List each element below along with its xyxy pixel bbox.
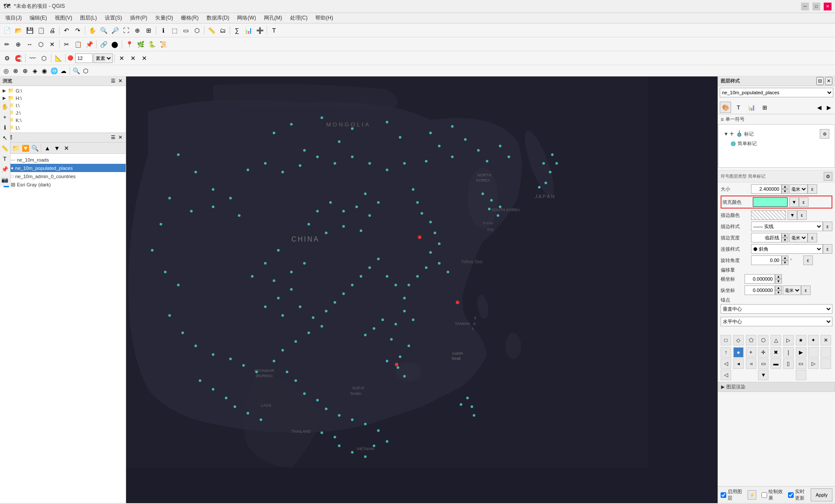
- shape-pentagon[interactable]: ⬠: [746, 335, 756, 345]
- delete-selected-btn[interactable]: ✕: [47, 39, 57, 50]
- render-effects-checkbox[interactable]: [762, 492, 767, 498]
- digitize-shape-btn[interactable]: ⬡: [39, 53, 49, 63]
- select-vert-btn[interactable]: ↖: [0, 133, 10, 143]
- menu-settings[interactable]: 设置(S): [101, 13, 126, 23]
- menu-vector[interactable]: 矢量(O): [152, 13, 177, 23]
- layer-item-esri[interactable]: ▤ Esri Gray (dark): [0, 180, 126, 189]
- deselect-btn[interactable]: ⬡: [192, 25, 202, 36]
- remove-layer-btn[interactable]: ✕: [62, 144, 71, 153]
- redo-btn[interactable]: ↷: [73, 25, 83, 36]
- menu-layer[interactable]: 图层(L): [77, 13, 100, 23]
- browser-item-J[interactable]: ▶ 📁 J:\: [0, 109, 126, 116]
- measure-btn[interactable]: 📏: [206, 25, 217, 36]
- style-panel-dock-btn[interactable]: ⊟: [816, 77, 824, 85]
- stroke-width-input[interactable]: [751, 233, 782, 242]
- move-feature-btn[interactable]: ↔: [24, 39, 35, 50]
- symbol-type-config-btn[interactable]: ⚙: [824, 172, 832, 181]
- adv-digitize-btn[interactable]: 📐: [53, 53, 63, 63]
- menu-mesh[interactable]: 网孔(M): [261, 13, 286, 23]
- snap-cross1[interactable]: ✕: [117, 53, 127, 63]
- identify-vert-btn[interactable]: ℹ: [0, 123, 10, 132]
- browser-item-L[interactable]: ▶ 📁 L\: [0, 124, 126, 131]
- stroke-width-down-btn[interactable]: ▼: [782, 238, 788, 242]
- pan-btn[interactable]: ✋: [87, 25, 97, 36]
- browser-item-I[interactable]: ▶ 📁 I:\: [0, 102, 126, 109]
- select-btn[interactable]: ⬚: [169, 25, 180, 36]
- shape-blank3[interactable]: [821, 358, 831, 369]
- size-input[interactable]: [751, 184, 782, 194]
- snap-unit-select[interactable]: 素素: [94, 53, 113, 63]
- stroke-width-unit-select[interactable]: 毫米: [789, 233, 808, 242]
- menu-plugins[interactable]: 插件(P): [127, 13, 151, 23]
- add-feature-btn[interactable]: ⊕: [13, 39, 23, 50]
- shape-arrow-down-l[interactable]: ◁: [721, 370, 731, 380]
- cut-features-btn[interactable]: ✂: [61, 39, 72, 50]
- symbol-root-item[interactable]: ▼ + 标记 ⚙: [722, 128, 831, 139]
- minimize-button[interactable]: ─: [801, 3, 809, 10]
- join-style-expr-btn[interactable]: ε: [823, 244, 832, 254]
- style-panel-scroll[interactable]: ne_10m_populated_places 🎨 T 📊 ⊞ ◀ ▶ ≡ 单一…: [718, 86, 835, 486]
- qgis-btn[interactable]: ⬡: [81, 66, 90, 75]
- stroke-style-select[interactable]: —— 实线: [751, 222, 823, 231]
- close-button[interactable]: ✕: [824, 3, 832, 10]
- shape-blank4[interactable]: [796, 370, 806, 380]
- rotation-down-btn[interactable]: ▼: [782, 260, 788, 265]
- plugin1-btn[interactable]: ◎: [2, 66, 10, 75]
- fill-color-expr-btn[interactable]: ε: [799, 197, 808, 207]
- offset-y-down-btn[interactable]: ▼: [775, 290, 782, 295]
- zoom-layer-btn[interactable]: ⊕: [132, 25, 143, 36]
- plugin2-btn[interactable]: ⊗: [11, 66, 20, 75]
- shape-rrect2[interactable]: ▷: [808, 358, 818, 369]
- menu-edit[interactable]: 编辑(E): [26, 13, 50, 23]
- label-vert-btn[interactable]: T: [0, 154, 10, 163]
- offset-y-up-btn[interactable]: ▲: [775, 285, 782, 290]
- shape-rrect[interactable]: ▭: [796, 358, 806, 369]
- offset-expr-btn[interactable]: ε: [801, 285, 811, 295]
- snap-config-btn[interactable]: ⚙: [2, 53, 12, 63]
- fill-color-swatch[interactable]: [753, 197, 788, 207]
- shape-diamond[interactable]: ◇: [733, 335, 744, 345]
- browser-item-K[interactable]: ▶ 📁 K:\: [0, 116, 126, 124]
- digitize-btn[interactable]: ✏: [2, 39, 12, 50]
- plugin4-btn[interactable]: ◈: [30, 66, 39, 75]
- zoom-in-btn[interactable]: 🔍: [98, 25, 109, 36]
- anchor-v-select[interactable]: 垂直中心: [721, 304, 832, 314]
- shape-half-l[interactable]: ◂: [733, 358, 744, 369]
- shape-x2[interactable]: ✖: [771, 347, 781, 358]
- zoom-out-btn[interactable]: 🔎: [110, 25, 120, 36]
- field-calc-btn[interactable]: ∑: [232, 25, 242, 36]
- filter-layer-btn[interactable]: 🔽: [21, 144, 30, 153]
- zoom-in-vert-btn[interactable]: +: [0, 112, 10, 122]
- stroke-color-picker-btn[interactable]: ▼: [788, 210, 797, 220]
- shape-star[interactable]: ★: [796, 335, 806, 345]
- python-btn[interactable]: 🐍: [147, 39, 157, 50]
- enable-snapping-btn[interactable]: 🧲: [13, 53, 23, 63]
- shape-cross[interactable]: ✛: [758, 347, 768, 358]
- browser-close-btn[interactable]: ✕: [117, 78, 123, 84]
- shape-arrow-down[interactable]: ▼: [758, 370, 768, 380]
- renderer-section-header[interactable]: ▶ 图层渲染: [718, 382, 835, 392]
- stroke-width-expr-btn[interactable]: ε: [808, 233, 817, 242]
- locator-btn[interactable]: 🔍: [72, 66, 80, 75]
- pan-map-btn[interactable]: ✋: [0, 102, 10, 111]
- layer-item-countries[interactable]: □ ne_10m_admin_0_countries: [0, 172, 126, 180]
- layer-item-populated[interactable]: ● ne_10m_populated_places: [0, 164, 126, 172]
- menu-processing[interactable]: 处理(C): [287, 13, 311, 23]
- zoom-select-btn[interactable]: ⊞: [144, 25, 154, 36]
- pin-vert-btn[interactable]: 📌: [0, 164, 10, 174]
- plugin5-btn[interactable]: ◉: [40, 66, 49, 75]
- shape-line-v[interactable]: |: [783, 347, 794, 358]
- shape-rect-v[interactable]: ▯: [783, 358, 794, 369]
- globe-btn[interactable]: 🌐: [50, 66, 58, 75]
- snap-cross2[interactable]: ✕: [128, 53, 138, 63]
- apply-button[interactable]: Apply: [811, 488, 832, 501]
- size-down-btn[interactable]: ▼: [782, 189, 788, 194]
- layer-up-btn[interactable]: ▲: [43, 144, 52, 153]
- maximize-button[interactable]: □: [812, 3, 820, 10]
- layer-item-roads[interactable]: — ne_10m_roads: [0, 156, 126, 164]
- menu-view[interactable]: 视图(V): [51, 13, 76, 23]
- symbol-add-btn[interactable]: +: [730, 130, 734, 138]
- snap-tolerance-input[interactable]: [75, 53, 93, 63]
- plugin3-btn[interactable]: ⊕: [21, 66, 30, 75]
- select-rect-btn[interactable]: ▭: [180, 25, 191, 36]
